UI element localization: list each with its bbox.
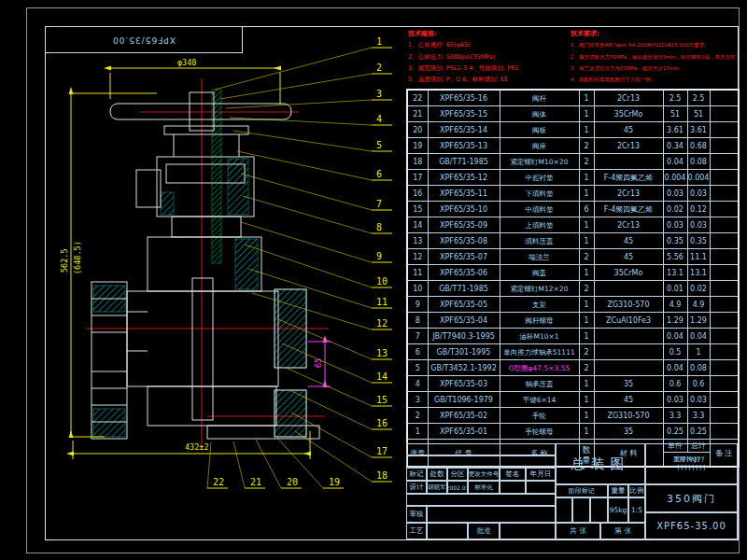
parts-cell-name: 轴承压盖 [500,376,579,392]
parts-cell-material: F-4聚四氟乙烯 [594,170,663,186]
parts-cell-remark [710,217,739,233]
parts-row: 3GB/T1096-1979平键6×141450.030.03 [407,392,739,408]
rev-zone-label: 分区 [447,468,468,481]
parts-cell-material: 2Cr13 [594,186,663,202]
callout-5: 5 [376,140,382,150]
valve-outline [92,92,319,439]
parts-cell-total: 11.1 [687,249,710,265]
stage-cell-2 [572,497,590,523]
design-sign-cell [500,481,526,494]
parts-cell-remark [710,360,739,376]
callout-3: 3 [376,89,382,99]
parts-cell-material: 2Cr13 [594,138,663,154]
design-date-cell [526,481,556,494]
parts-cell-qty: 1 [579,329,594,344]
parts-cell-remark [710,106,739,122]
parts-cell-code: GB/T301-1995 [428,344,500,360]
parts-cell-qty: 1 [579,313,594,329]
parts-cell-qty: 1 [579,233,594,249]
parts-cell-total: 0.68 [687,138,710,154]
parts-cell-material: ZG310-570 [594,297,663,313]
neck [172,217,241,237]
parts-cell-unit: 1.29 [663,313,687,329]
parts-cell-total: 0.004 [687,170,710,186]
parts-cell-no: 13 [407,233,428,249]
callout-17: 17 [376,446,388,456]
parts-cell-material: 45 [594,233,663,249]
parts-row: 17XPF65/35-12中腔衬垫1F-4聚四氟乙烯0.0040.004 [407,170,739,186]
parts-cell-qty: 1 [579,297,594,313]
parts-cell-name: 下填料垫 [500,186,579,202]
parts-cell-material: 45 [594,249,663,265]
parts-row: 13XPF65/35-08填料压盖1450.350.35 [407,233,739,249]
parts-cell-qty: 2 [579,138,594,154]
parts-cell-name: 阀盖 [500,265,579,281]
parts-cell-total: 1 [687,344,710,360]
rev-blank-row1 [406,443,556,455]
dimension-labels: φ340 562.5 (648.5) 432±2 [60,58,209,452]
parts-row: 16XPF65/35-11下填料垫12Cr130.030.03 [407,186,739,202]
parts-cell-material: F-4聚四氟乙烯 [594,202,663,217]
parts-row: 12XPF65/35-07端法兰2455.5611.1 [407,249,739,265]
parts-cell-code: XPF65/35-11 [428,186,500,202]
rev-count-label: 处数 [427,468,447,481]
callout-16: 16 [376,418,388,428]
parts-cell-name: 单向推力球轴承51111 [500,344,579,360]
callout-11: 11 [376,297,388,307]
check-label: 审核 [406,506,427,523]
callout-12: 12 [376,318,388,329]
parts-cell-unit: 0.35 [663,233,687,249]
parts-cell-code: XPF65/35-10 [428,202,500,217]
parts-cell-total: 51 [687,106,710,122]
parts-cell-material [594,329,663,344]
parts-cell-remark [710,249,739,265]
callout-14: 14 [376,371,388,382]
parts-row: 9XPF65/35-05支架1ZG310-5704.94.9 [407,297,739,313]
parts-cell-qty: 2 [579,360,594,376]
parts-cell-no: 7 [407,329,428,344]
parts-cell-remark [710,202,739,217]
parts-cell-unit: 0.04 [663,360,687,376]
parts-cell-code: XPF65/35-02 [428,408,500,424]
parts-cell-material [594,154,663,170]
parts-cell-remark [710,424,739,440]
parts-row: 4XPF65/35-03轴承压盖1350.60.6 [407,376,739,392]
rev-blank-row2 [406,455,556,468]
dim-left-height: 562.5 [60,248,69,273]
parts-row: 20XPF65/35-14阀板1453.613.61 [407,122,739,138]
parts-cell-no: 6 [407,344,428,360]
parts-cell-no: 3 [407,392,428,408]
parts-cell-remark [710,154,739,170]
parts-cell-qty: 1 [579,217,594,233]
parts-cell-code: GB/T3452.1-1992 [428,360,500,376]
stage-cell-3 [590,497,608,523]
parts-cell-unit: 5.56 [663,249,687,265]
parts-cell-no: 15 [407,202,428,217]
callout-18: 18 [376,470,388,481]
parts-cell-no: 8 [407,313,428,329]
callout-21: 21 [250,477,261,487]
parts-cell-total: 13.1 [687,265,710,281]
parts-cell-no: 14 [407,217,428,233]
parts-cell-name: 阀杆螺母 [500,313,579,329]
process-label: 工艺 [406,523,427,539]
parts-cell-total: 4.9 [687,297,710,313]
standard-label: 标准化 [468,481,500,494]
company-line1: ??????? [679,455,705,464]
parts-cell-code: XPF65/35-13 [428,138,500,154]
parts-row: 21XPF65/35-15阀体135CrMo5151 [407,106,739,122]
callout-10: 10 [376,276,388,287]
approve-label: 批准 [468,523,500,539]
drawing-number: XPF65-35.00 [645,512,738,539]
parts-cell-name: 中腔衬垫 [500,170,579,186]
parts-cell-name: 中填料垫 [500,202,579,217]
scale-label: 比例 [628,484,645,497]
parts-cell-code: XPF65/35-07 [428,249,500,265]
parts-cell-code: JB/T7940.3-1995 [428,329,500,344]
callout-8: 8 [376,222,382,232]
parts-cell-code: XPF65/35-05 [428,297,500,313]
parts-cell-no: 12 [407,249,428,265]
parts-cell-qty: 1 [579,106,594,122]
callout-20: 20 [287,477,298,487]
parts-cell-unit: 0.03 [663,186,687,202]
